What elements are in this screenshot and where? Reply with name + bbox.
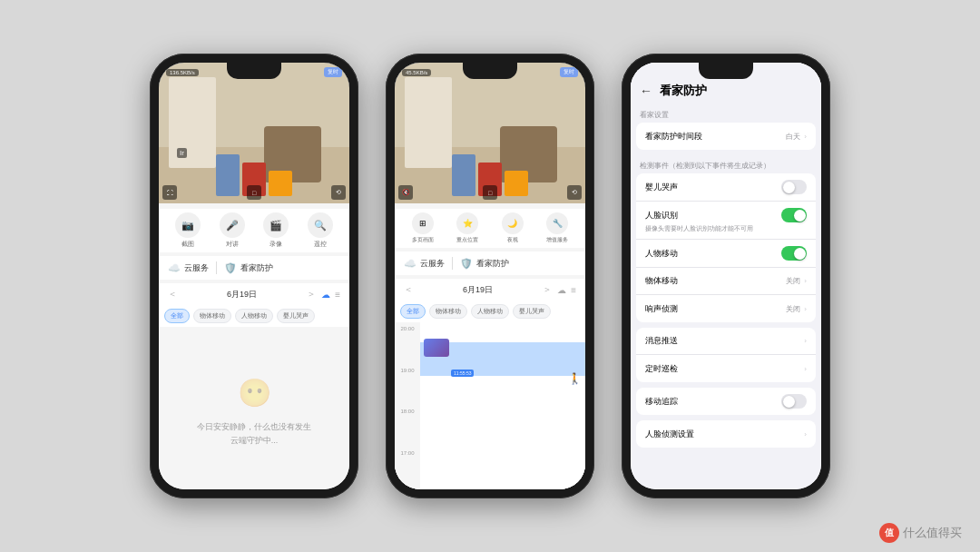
time-1900: 19:00 bbox=[395, 366, 420, 408]
tracking-toggle[interactable] bbox=[781, 394, 807, 409]
scheduled-arrow: › bbox=[804, 365, 807, 373]
intercom-icon-1: 🎤 bbox=[220, 212, 245, 238]
date-prev-2[interactable]: ＜ bbox=[404, 283, 413, 296]
settings-group-3: 消息推送 › 定时巡检 › bbox=[636, 328, 816, 382]
filter-row-2: 全部 物体移动 人物移动 婴儿哭声 bbox=[395, 301, 585, 322]
cloud-service-1[interactable]: ☁️ 云服务 bbox=[168, 262, 209, 274]
empty-text-1: 今日安安静静，什么也没有发生 云端守护中... bbox=[197, 420, 311, 447]
baby-toggle[interactable] bbox=[781, 180, 807, 194]
home-guard-2[interactable]: 🛡️ 看家防护 bbox=[460, 258, 509, 270]
filter-all-1[interactable]: 全部 bbox=[164, 309, 190, 323]
sound-arrow: › bbox=[804, 305, 807, 313]
time-1700: 17:00 bbox=[395, 448, 420, 490]
room-simulation-2 bbox=[395, 63, 585, 203]
timeline-badge-time: 11:55:53 bbox=[451, 370, 474, 377]
watermark: 值 什么值得买 bbox=[879, 523, 962, 543]
cam-icon-right-2[interactable]: ⟲ bbox=[567, 185, 582, 200]
shield-icon-2: 🛡️ bbox=[460, 258, 473, 270]
person-motion-label: 人物移动 bbox=[645, 248, 781, 260]
message-push-arrow: › bbox=[804, 337, 807, 345]
night-label-2: 夜视 bbox=[507, 236, 518, 244]
timeline-thumb-1[interactable] bbox=[424, 339, 449, 357]
action-vip-2[interactable]: 🔧 增值服务 bbox=[546, 212, 568, 244]
action-intercom-1[interactable]: 🎤 对讲 bbox=[220, 212, 245, 249]
settings-row-baby[interactable]: 婴儿哭声 bbox=[636, 173, 816, 202]
cloud-label-1: 云服务 bbox=[184, 262, 209, 274]
home-guard-label-1: 看家防护 bbox=[240, 262, 273, 274]
filter-all-2[interactable]: 全部 bbox=[400, 304, 426, 319]
settings-row-face[interactable]: 人脸识别 摄像头需要时人脸识别功能才能不可用 bbox=[636, 202, 816, 240]
section-label-2: 检测事件（检测到以下事件将生成记录） bbox=[631, 155, 821, 173]
settings-group-1: 看家防护时间段 白天 › bbox=[636, 123, 816, 150]
intercom-label-1: 对讲 bbox=[226, 240, 239, 249]
cloud-date-icon-2: ☁ bbox=[557, 285, 566, 295]
object-motion-value: 关闭 bbox=[786, 276, 800, 286]
action-focus-2[interactable]: ⭐ 重点位置 bbox=[456, 212, 478, 244]
cam-controls-2: 🔇 □ ⟲ bbox=[398, 185, 582, 200]
face-toggle[interactable] bbox=[781, 208, 807, 222]
person-motion-toggle[interactable] bbox=[781, 246, 807, 261]
cam-icon-left-2[interactable]: 🔇 bbox=[398, 185, 413, 200]
service-row-2: ☁️ 云服务 🛡️ 看家防护 bbox=[395, 251, 585, 275]
cam-icon-center-2[interactable]: □ bbox=[483, 185, 497, 200]
date-row-2: ＜ 6月19日 ＞ ☁ ≡ bbox=[395, 279, 585, 301]
cam-icon-center-1[interactable]: □ bbox=[247, 185, 261, 200]
camera-feed-1: 136.5KB/s 复时 Ir ⛶ □ bbox=[159, 63, 349, 203]
filter-baby-1[interactable]: 婴儿哭声 bbox=[277, 309, 315, 323]
cloud-date-icon-1: ☁ bbox=[321, 290, 330, 300]
remote-label-1: 遥控 bbox=[314, 240, 327, 249]
home-guard-1[interactable]: 🛡️ 看家防护 bbox=[224, 262, 273, 274]
service-divider-1 bbox=[216, 261, 217, 274]
back-button-3[interactable]: ← bbox=[640, 84, 652, 98]
time-period-label: 看家防护时间段 bbox=[645, 131, 786, 143]
settings-row-message-push[interactable]: 消息推送 › bbox=[636, 328, 816, 355]
section-label-1: 看家设置 bbox=[631, 104, 821, 123]
timeline-times-2: 20:00 19:00 18:00 17:00 bbox=[395, 322, 420, 489]
phone-1: 136.5KB/s 复时 Ir ⛶ □ bbox=[150, 54, 358, 498]
action-multiview-2[interactable]: ⊞ 多页画面 bbox=[412, 212, 434, 244]
cam-center-1: □ bbox=[247, 185, 261, 200]
action-screenshot-1[interactable]: 📷 截图 bbox=[175, 212, 201, 249]
settings-row-person-motion[interactable]: 人物移动 bbox=[636, 240, 816, 268]
baby-label: 婴儿哭声 bbox=[645, 182, 781, 193]
cam-icon-right-1[interactable]: ⟲ bbox=[331, 185, 346, 200]
notch-3 bbox=[699, 63, 753, 79]
date-next-2[interactable]: ＞ bbox=[543, 283, 552, 296]
settings-row-scheduled[interactable]: 定时巡检 › bbox=[636, 355, 816, 382]
filter-motion-2[interactable]: 物体移动 bbox=[429, 304, 467, 319]
date-prev-1[interactable]: ＜ bbox=[168, 288, 177, 301]
app-content-2: ⊞ 多页画面 ⭐ 重点位置 🌙 夜视 🔧 增 bbox=[395, 203, 585, 489]
service-divider-2 bbox=[452, 257, 453, 270]
phones-container: 136.5KB/s 复时 Ir ⛶ □ bbox=[150, 54, 830, 498]
date-next-1[interactable]: ＞ bbox=[307, 288, 316, 301]
settings-row-face-detect[interactable]: 人脸侦测设置 › bbox=[636, 420, 816, 448]
cam-controls-1: ⛶ □ ⟲ bbox=[162, 185, 346, 200]
filter-baby-2[interactable]: 婴儿哭声 bbox=[513, 304, 551, 319]
action-remote-1[interactable]: 🔍 遥控 bbox=[308, 212, 333, 249]
settings-row-tracking[interactable]: 移动追踪 bbox=[636, 388, 816, 415]
list-date-icon-2: ≡ bbox=[571, 285, 576, 295]
face-sublabel: 摄像头需要时人脸识别功能才能不可用 bbox=[645, 224, 753, 232]
date-icons-2: ☁ ≡ bbox=[557, 285, 576, 295]
filter-person-1[interactable]: 人物移动 bbox=[235, 309, 273, 323]
action-night-2[interactable]: 🌙 夜视 bbox=[502, 212, 524, 244]
shield-icon-1: 🛡️ bbox=[224, 262, 237, 274]
cam-icon-left-1[interactable]: ⛶ bbox=[162, 185, 177, 200]
mode-label-2: 复时 bbox=[560, 67, 578, 77]
camera-bg-1: 136.5KB/s 复时 Ir ⛶ □ bbox=[159, 63, 349, 203]
filter-person-2[interactable]: 人物移动 bbox=[471, 304, 509, 319]
timeline-bars-2: 11:55:53 🚶 bbox=[420, 322, 585, 489]
settings-row-sound[interactable]: 响声侦测 关闭 › bbox=[636, 295, 816, 322]
empty-state-1: 😶 今日安安静静，什么也没有发生 云端守护中... bbox=[159, 327, 349, 489]
face-detect-arrow: › bbox=[804, 430, 807, 439]
filter-motion-1[interactable]: 物体移动 bbox=[193, 309, 231, 323]
action-record-1[interactable]: 🎬 录像 bbox=[263, 212, 289, 249]
list-date-icon-1: ≡ bbox=[335, 290, 340, 300]
sound-label: 响声侦测 bbox=[645, 303, 786, 315]
tracking-label: 移动追踪 bbox=[645, 396, 781, 408]
settings-screen-3: ← 看家防护 看家设置 看家防护时间段 白天 › 检测事件（检测到以下事件将生成… bbox=[631, 63, 821, 489]
settings-row-object-motion[interactable]: 物体移动 关闭 › bbox=[636, 268, 816, 295]
settings-row-time-period[interactable]: 看家防护时间段 白天 › bbox=[636, 123, 816, 150]
focus-label-2: 重点位置 bbox=[456, 236, 478, 244]
cloud-service-2[interactable]: ☁️ 云服务 bbox=[404, 258, 445, 270]
